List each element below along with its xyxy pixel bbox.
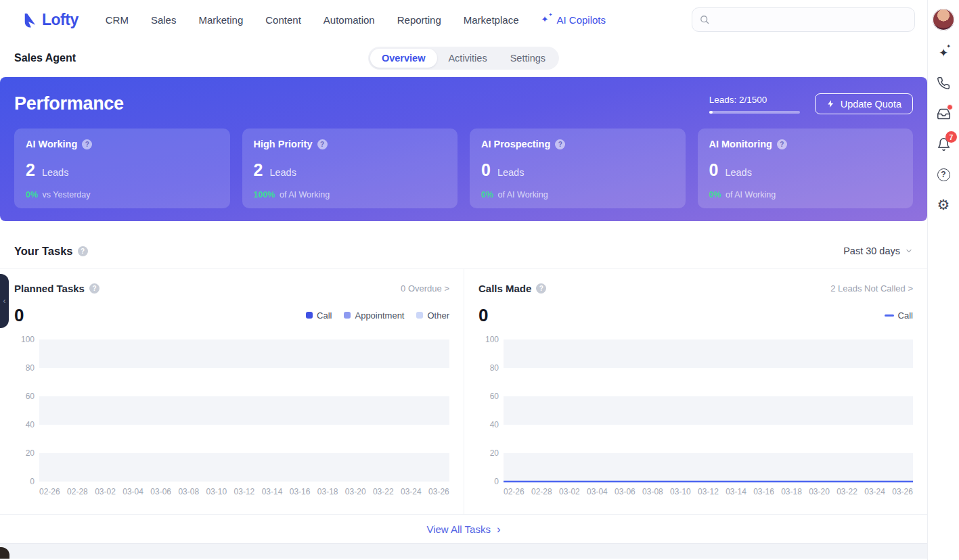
- x-axis: 02-2602-2803-0203-0403-0603-0803-1003-12…: [39, 487, 449, 496]
- y-tick-label: 60: [490, 392, 499, 401]
- update-quota-button[interactable]: Update Quota: [815, 93, 913, 114]
- inbox-unread-dot: [947, 104, 953, 110]
- y-tick-label: 20: [26, 448, 35, 458]
- stat-card-title: High Priority: [254, 139, 313, 149]
- y-tick-label: 20: [490, 448, 499, 458]
- help-icon[interactable]: ?: [78, 246, 88, 256]
- help-icon[interactable]: ?: [82, 139, 92, 149]
- page-title: Sales Agent: [14, 52, 76, 64]
- update-quota-label: Update Quota: [841, 99, 901, 110]
- bottom-strip: [0, 543, 927, 559]
- stat-highlight: 0%: [481, 190, 493, 200]
- help-icon[interactable]: ?: [536, 283, 546, 294]
- page-header: Sales Agent Overview Activities Settings: [0, 39, 927, 77]
- help-icon[interactable]: ?: [555, 139, 565, 149]
- tab-activities[interactable]: Activities: [437, 49, 498, 68]
- help-icon[interactable]: ?: [317, 139, 328, 149]
- nav-items: CRM Sales Marketing Content Automation R…: [106, 14, 606, 26]
- lofty-logo[interactable]: Lofty: [20, 11, 79, 29]
- x-tick-label: 03-12: [234, 487, 255, 496]
- y-tick-label: 0: [30, 477, 35, 486]
- nav-item-content[interactable]: Content: [265, 14, 301, 26]
- your-tasks-section: Your Tasks ? Past 30 days Planned Tasks: [0, 233, 927, 543]
- stat-highlight: 0%: [26, 190, 38, 200]
- x-tick-label: 03-08: [178, 487, 199, 496]
- y-tick-label: 100: [485, 335, 499, 344]
- ai-copilots-label: AI Copilots: [556, 14, 606, 26]
- chart-legend: CallAppointmentOther: [306, 310, 449, 321]
- x-tick-label: 03-20: [345, 487, 366, 496]
- help-icon[interactable]: ?: [935, 166, 952, 183]
- search-input[interactable]: [714, 14, 908, 25]
- drawer-toggle-handle[interactable]: ‹: [0, 274, 9, 328]
- view-all-tasks-label: View All Tasks: [426, 523, 491, 535]
- nav-item-sales[interactable]: Sales: [151, 14, 177, 26]
- date-range-selector[interactable]: Past 30 days: [843, 246, 913, 256]
- stat-unit: Leads: [269, 167, 296, 178]
- y-tick-label: 0: [494, 477, 499, 486]
- stat-value: 2: [254, 160, 263, 180]
- y-tick-label: 80: [490, 363, 499, 373]
- main-area: Lofty CRM Sales Marketing Content Automa…: [0, 0, 927, 560]
- y-axis: 020406080100: [14, 340, 35, 482]
- charts-columns: Planned Tasks ? 0 Overdue > 0 CallAppoin…: [0, 269, 927, 514]
- quota-label: Leads: 2/1500: [709, 95, 800, 105]
- x-tick-label: 03-22: [837, 487, 857, 496]
- legend-item[interactable]: Appointment: [344, 310, 404, 321]
- logo-text: Lofty: [42, 11, 79, 29]
- corner-widget[interactable]: [0, 547, 9, 559]
- notifications-bell-icon[interactable]: 7: [935, 136, 952, 152]
- ai-assistant-icon[interactable]: ✦✦: [935, 45, 952, 61]
- stat-value: 0: [481, 160, 491, 180]
- nav-item-marketplace[interactable]: Marketplace: [464, 14, 519, 26]
- performance-banner: Performance Leads: 2/1500 Update Quota: [0, 77, 927, 221]
- calls-made-title: Calls Made: [478, 283, 531, 294]
- calls-made-total: 0: [478, 305, 488, 326]
- x-tick-label: 03-10: [670, 487, 691, 496]
- legend-item[interactable]: Call: [306, 310, 332, 321]
- global-search[interactable]: [692, 7, 915, 32]
- quota-progress-bar: [709, 111, 800, 114]
- nav-item-ai-copilots[interactable]: ✦✦ AI Copilots: [541, 14, 606, 26]
- view-all-tasks-link[interactable]: View All Tasks ›: [0, 514, 927, 543]
- stat-unit: Leads: [42, 167, 69, 178]
- stat-caption: of AI Working: [280, 190, 330, 200]
- y-tick-label: 80: [26, 363, 35, 373]
- legend-item[interactable]: Other: [416, 310, 449, 321]
- nav-item-automation[interactable]: Automation: [324, 14, 375, 26]
- x-tick-label: 02-26: [504, 487, 525, 496]
- x-tick-label: 02-26: [39, 487, 60, 496]
- legend-label: Call: [898, 310, 913, 321]
- y-tick-label: 40: [26, 420, 35, 429]
- chart-plot: [504, 340, 913, 482]
- inbox-icon[interactable]: [935, 106, 952, 122]
- x-tick-label: 03-02: [559, 487, 580, 496]
- overdue-link[interactable]: 0 Overdue >: [401, 283, 449, 294]
- legend-swatch: [344, 312, 351, 319]
- leads-not-called-link[interactable]: 2 Leads Not Called >: [830, 283, 913, 294]
- legend-item[interactable]: Call: [885, 310, 913, 321]
- help-icon[interactable]: ?: [89, 283, 99, 294]
- phone-icon[interactable]: [935, 75, 952, 91]
- nav-item-crm[interactable]: CRM: [106, 14, 129, 26]
- nav-item-marketing[interactable]: Marketing: [198, 14, 243, 26]
- tab-settings[interactable]: Settings: [499, 49, 557, 68]
- calls-made-chart: 020406080100 02-2602-2803-0203-0403-0603…: [478, 340, 913, 496]
- sparkles-icon: ✦✦: [541, 14, 552, 25]
- date-range-label: Past 30 days: [843, 246, 900, 256]
- tab-overview[interactable]: Overview: [370, 49, 437, 68]
- nav-item-reporting[interactable]: Reporting: [397, 14, 441, 26]
- stat-caption: vs Yesterday: [43, 190, 91, 200]
- stat-value: 0: [709, 160, 719, 180]
- stat-unit: Leads: [725, 167, 752, 178]
- x-tick-label: 02-28: [531, 487, 552, 496]
- chevron-right-icon: ›: [497, 524, 501, 534]
- help-icon[interactable]: ?: [777, 139, 787, 149]
- settings-gear-icon[interactable]: ⚙: [935, 197, 952, 213]
- stat-card-title: AI Monitoring: [709, 139, 772, 149]
- x-tick-label: 03-10: [206, 487, 227, 496]
- quota-progress-fill: [709, 111, 713, 114]
- user-avatar[interactable]: [933, 9, 954, 30]
- x-tick-label: 03-24: [401, 487, 422, 496]
- calls-made-panel: Calls Made ? 2 Leads Not Called > 0 Call…: [464, 269, 927, 514]
